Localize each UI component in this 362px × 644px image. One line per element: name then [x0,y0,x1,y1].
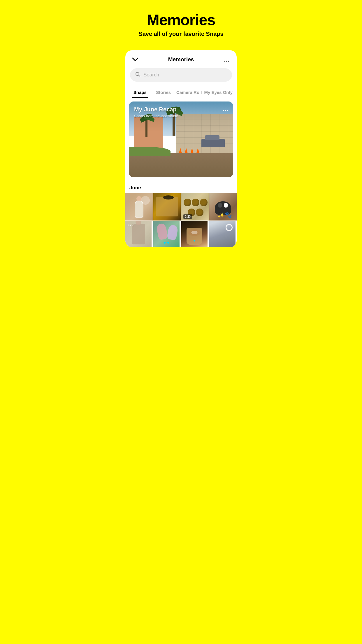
recap-text-block: My June Recap Snaps from the last month [134,106,178,118]
search-bar[interactable]: Search [130,68,232,82]
photo-cell-5[interactable]: acc [125,221,152,247]
cookie-1 [184,199,191,206]
photo-cell-1[interactable] [125,193,153,220]
photo-cell-4[interactable]: ✨🐾 [209,193,237,220]
heart-2: ♥ [167,240,169,245]
svg-line-1 [139,75,140,77]
photo-cell-2[interactable] [153,193,181,220]
card-title: Memories [139,56,223,63]
cuteness-sticker: ✨🐾 [217,212,232,218]
tab-stories[interactable]: Stories [152,86,175,98]
memories-card: Memories ... Search Snaps Stories Camera… [125,50,237,247]
dog-eye-2 [224,203,228,207]
tab-my-eyes-only[interactable]: My Eyes Only [203,86,234,98]
month-label: June [125,181,237,193]
hearts-container: ♥ ♥ [164,240,170,245]
tab-snaps[interactable]: Snaps [128,86,152,98]
person-silhouette2 [132,224,145,244]
recap-card[interactable]: My June Recap Snaps from the last month … [129,102,233,177]
cookie-5 [196,209,203,216]
latte-art [188,229,201,236]
search-icon [135,72,140,78]
acc-text: acc [128,223,135,227]
photo-cell-3[interactable]: 0:23 [181,193,209,220]
video-duration-badge: 0:23 [183,214,192,219]
sauce-bowl [163,195,174,200]
search-placeholder: Search [143,72,159,78]
recap-title: My June Recap [134,106,178,113]
page-subtitle: Save all of your favorite Snaps [126,31,236,37]
recap-more-button[interactable]: ... [223,106,229,112]
photo-grid-row2: acc ♥ ♥ ♥ [125,221,237,247]
heart-1: ♥ [164,240,166,245]
photo-grid-row1: 0:23 ✨🐾 [125,193,237,220]
hat-1 [156,223,168,240]
photo-cell-7[interactable]: ♥ [181,221,208,247]
photo-cell-8[interactable] [209,221,236,247]
tab-camera-roll[interactable]: Camera Roll [175,86,203,98]
recap-subtitle: Snaps from the last month [134,114,178,118]
hat-2 [166,224,178,240]
card-header: Memories ... [125,50,237,67]
bottom-yellow-area [121,247,241,256]
chevron-down-button[interactable] [131,55,139,64]
head2 [136,221,141,225]
food-plate [156,197,178,216]
tabs-row: Snaps Stories Camera Roll My Eyes Only [125,86,237,98]
camera-circle-button [226,224,233,231]
cup-heart-1: ♥ [194,239,195,242]
person-body [135,201,143,217]
latte-heart [191,231,198,234]
photo-cell-6[interactable]: ♥ ♥ [153,221,180,247]
more-options-button[interactable]: ... [223,55,231,64]
cup-hearts: ♥ [194,239,195,242]
top-section: Memories Save all of your favorite Snaps [121,0,241,43]
kitchen-element [141,196,150,205]
page-main-title: Memories [126,12,236,28]
cup: ♥ [187,228,202,245]
dog-eye-1 [218,203,222,207]
